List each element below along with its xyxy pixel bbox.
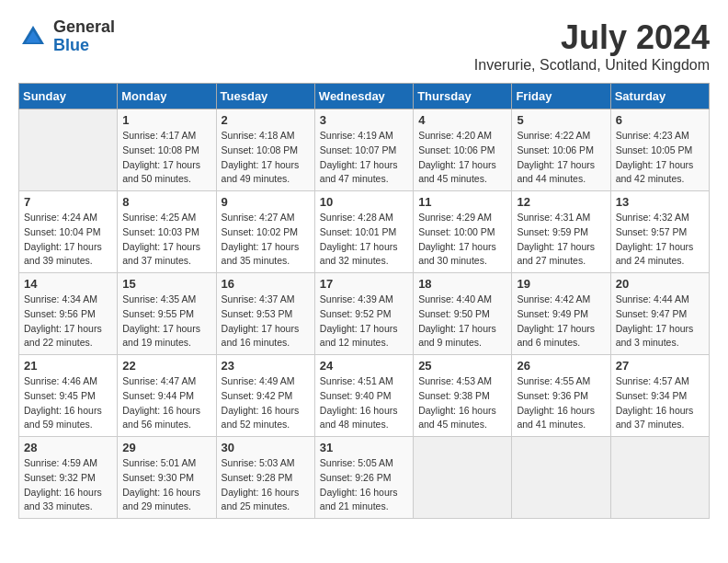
subtitle: Inverurie, Scotland, United Kingdom — [474, 57, 710, 74]
day-info: Sunrise: 4:29 AMSunset: 10:00 PMDaylight… — [418, 211, 506, 269]
column-header-sunday: Sunday — [19, 84, 118, 109]
calendar-cell: 10Sunrise: 4:28 AMSunset: 10:01 PMDaylig… — [314, 191, 413, 273]
day-info: Sunrise: 4:22 AMSunset: 10:06 PMDaylight… — [517, 129, 605, 187]
day-info: Sunrise: 4:49 AMSunset: 9:42 PMDaylight:… — [222, 374, 310, 432]
column-header-wednesday: Wednesday — [314, 84, 413, 109]
day-number: 21 — [24, 359, 112, 373]
day-number: 29 — [122, 441, 210, 454]
day-number: 7 — [24, 195, 112, 209]
day-number: 13 — [616, 195, 704, 209]
day-number: 17 — [320, 277, 408, 291]
calendar-cell: 13Sunrise: 4:32 AMSunset: 9:57 PMDayligh… — [610, 191, 709, 273]
calendar-cell — [610, 437, 709, 519]
day-number: 11 — [418, 195, 506, 209]
calendar-cell: 23Sunrise: 4:49 AMSunset: 9:42 PMDayligh… — [216, 355, 314, 437]
calendar-table: SundayMondayTuesdayWednesdayThursdayFrid… — [18, 83, 710, 519]
day-number: 5 — [517, 113, 605, 127]
calendar-cell: 19Sunrise: 4:42 AMSunset: 9:49 PMDayligh… — [512, 273, 610, 355]
day-info: Sunrise: 5:03 AMSunset: 9:28 PMDaylight:… — [222, 456, 310, 514]
calendar-cell: 21Sunrise: 4:46 AMSunset: 9:45 PMDayligh… — [19, 355, 118, 437]
day-info: Sunrise: 4:51 AMSunset: 9:40 PMDaylight:… — [320, 374, 408, 432]
logo-text: General Blue — [53, 18, 115, 55]
logo-general: General — [53, 17, 115, 36]
day-number: 26 — [517, 359, 605, 373]
calendar-cell: 25Sunrise: 4:53 AMSunset: 9:38 PMDayligh… — [414, 355, 512, 437]
day-info: Sunrise: 4:35 AMSunset: 9:55 PMDaylight:… — [122, 293, 210, 350]
calendar-cell — [512, 437, 610, 519]
day-number: 28 — [24, 441, 112, 454]
main-title: July 2024 — [474, 18, 710, 57]
day-number: 14 — [24, 277, 112, 291]
day-info: Sunrise: 4:59 AMSunset: 9:32 PMDaylight:… — [24, 456, 112, 514]
logo-blue: Blue — [53, 36, 89, 54]
day-number: 23 — [222, 359, 310, 373]
calendar-cell: 11Sunrise: 4:29 AMSunset: 10:00 PMDaylig… — [414, 191, 512, 273]
logo-icon — [18, 22, 48, 52]
day-info: Sunrise: 4:57 AMSunset: 9:34 PMDaylight:… — [616, 374, 704, 432]
day-number: 12 — [517, 195, 605, 209]
day-info: Sunrise: 4:55 AMSunset: 9:36 PMDaylight:… — [517, 374, 605, 432]
calendar-cell: 24Sunrise: 4:51 AMSunset: 9:40 PMDayligh… — [314, 355, 413, 437]
calendar-cell: 5Sunrise: 4:22 AMSunset: 10:06 PMDayligh… — [512, 109, 610, 191]
day-info: Sunrise: 4:17 AMSunset: 10:08 PMDaylight… — [122, 129, 210, 187]
page-header: General Blue July 2024 Inverurie, Scotla… — [18, 18, 710, 74]
day-number: 8 — [122, 195, 210, 209]
calendar-cell: 12Sunrise: 4:31 AMSunset: 9:59 PMDayligh… — [512, 191, 610, 273]
calendar-cell — [19, 109, 118, 191]
calendar-cell: 27Sunrise: 4:57 AMSunset: 9:34 PMDayligh… — [610, 355, 709, 437]
calendar-cell: 15Sunrise: 4:35 AMSunset: 9:55 PMDayligh… — [118, 273, 216, 355]
day-number: 27 — [616, 359, 704, 373]
day-number: 1 — [122, 113, 210, 127]
calendar-cell: 2Sunrise: 4:18 AMSunset: 10:08 PMDayligh… — [216, 109, 314, 191]
calendar-cell: 28Sunrise: 4:59 AMSunset: 9:32 PMDayligh… — [19, 437, 118, 519]
day-info: Sunrise: 4:37 AMSunset: 9:53 PMDaylight:… — [222, 293, 310, 350]
day-number: 25 — [418, 359, 506, 373]
day-number: 6 — [616, 113, 704, 127]
day-number: 18 — [418, 277, 506, 291]
day-number: 4 — [418, 113, 506, 127]
calendar-cell: 31Sunrise: 5:05 AMSunset: 9:26 PMDayligh… — [314, 437, 413, 519]
calendar-cell: 7Sunrise: 4:24 AMSunset: 10:04 PMDayligh… — [19, 191, 118, 273]
calendar-week-2: 7Sunrise: 4:24 AMSunset: 10:04 PMDayligh… — [19, 191, 710, 273]
day-info: Sunrise: 4:25 AMSunset: 10:03 PMDaylight… — [122, 211, 210, 269]
calendar-cell: 30Sunrise: 5:03 AMSunset: 9:28 PMDayligh… — [216, 437, 314, 519]
calendar-cell: 26Sunrise: 4:55 AMSunset: 9:36 PMDayligh… — [512, 355, 610, 437]
calendar-cell: 4Sunrise: 4:20 AMSunset: 10:06 PMDayligh… — [414, 109, 512, 191]
column-header-friday: Friday — [512, 84, 610, 109]
column-header-saturday: Saturday — [610, 84, 709, 109]
day-number: 31 — [320, 441, 408, 454]
day-info: Sunrise: 4:42 AMSunset: 9:49 PMDaylight:… — [517, 293, 605, 350]
day-number: 19 — [517, 277, 605, 291]
calendar-cell: 8Sunrise: 4:25 AMSunset: 10:03 PMDayligh… — [118, 191, 216, 273]
day-info: Sunrise: 4:47 AMSunset: 9:44 PMDaylight:… — [122, 374, 210, 432]
title-block: July 2024 Inverurie, Scotland, United Ki… — [474, 18, 710, 74]
calendar-week-4: 21Sunrise: 4:46 AMSunset: 9:45 PMDayligh… — [19, 355, 710, 437]
day-number: 15 — [122, 277, 210, 291]
calendar-header-row: SundayMondayTuesdayWednesdayThursdayFrid… — [19, 84, 710, 109]
day-info: Sunrise: 4:27 AMSunset: 10:02 PMDaylight… — [222, 211, 310, 269]
day-info: Sunrise: 4:23 AMSunset: 10:05 PMDaylight… — [616, 129, 704, 187]
calendar-cell: 3Sunrise: 4:19 AMSunset: 10:07 PMDayligh… — [314, 109, 413, 191]
day-info: Sunrise: 4:24 AMSunset: 10:04 PMDaylight… — [24, 211, 112, 269]
day-info: Sunrise: 4:44 AMSunset: 9:47 PMDaylight:… — [616, 293, 704, 350]
day-info: Sunrise: 4:18 AMSunset: 10:08 PMDaylight… — [222, 129, 310, 187]
calendar-cell: 29Sunrise: 5:01 AMSunset: 9:30 PMDayligh… — [118, 437, 216, 519]
day-number: 3 — [320, 113, 408, 127]
calendar-cell — [414, 437, 512, 519]
column-header-tuesday: Tuesday — [216, 84, 314, 109]
calendar-cell: 16Sunrise: 4:37 AMSunset: 9:53 PMDayligh… — [216, 273, 314, 355]
day-info: Sunrise: 4:20 AMSunset: 10:06 PMDaylight… — [418, 129, 506, 187]
day-info: Sunrise: 4:28 AMSunset: 10:01 PMDaylight… — [320, 211, 408, 269]
day-info: Sunrise: 5:05 AMSunset: 9:26 PMDaylight:… — [320, 456, 408, 514]
calendar-cell: 20Sunrise: 4:44 AMSunset: 9:47 PMDayligh… — [610, 273, 709, 355]
day-number: 24 — [320, 359, 408, 373]
day-number: 30 — [222, 441, 310, 454]
day-info: Sunrise: 4:32 AMSunset: 9:57 PMDaylight:… — [616, 211, 704, 269]
calendar-cell: 6Sunrise: 4:23 AMSunset: 10:05 PMDayligh… — [610, 109, 709, 191]
day-info: Sunrise: 4:31 AMSunset: 9:59 PMDaylight:… — [517, 211, 605, 269]
column-header-monday: Monday — [118, 84, 216, 109]
day-number: 2 — [222, 113, 310, 127]
day-info: Sunrise: 4:39 AMSunset: 9:52 PMDaylight:… — [320, 293, 408, 350]
logo: General Blue — [18, 18, 115, 55]
calendar-cell: 9Sunrise: 4:27 AMSunset: 10:02 PMDayligh… — [216, 191, 314, 273]
